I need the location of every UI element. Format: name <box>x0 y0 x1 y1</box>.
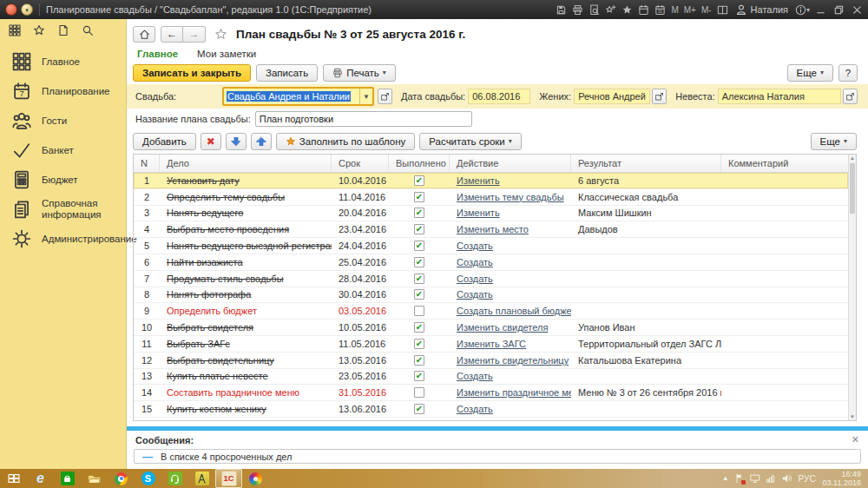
sidebar-item-planning[interactable]: 7 Планирование <box>0 76 126 106</box>
print-icon[interactable] <box>572 4 583 16</box>
calendar-date-icon[interactable]: 31 <box>654 4 666 16</box>
table-row[interactable]: 2Определить тему свадьбы11.04.2016✔Измен… <box>134 189 848 206</box>
comment-cell[interactable] <box>721 320 848 335</box>
row-number-cell[interactable]: 16 <box>134 418 160 420</box>
row-number-cell[interactable]: 11 <box>134 336 160 352</box>
table-row[interactable]: 5Нанять ведущего выездной регистрации24.… <box>134 238 848 254</box>
due-date-cell[interactable]: 25.04.2016 <box>332 254 389 270</box>
groom-open-button[interactable] <box>652 89 667 104</box>
done-cell[interactable] <box>389 385 450 400</box>
comment-cell[interactable] <box>721 238 848 254</box>
history-icon[interactable] <box>57 24 69 36</box>
clock[interactable]: 16:49 03.11.2016 <box>823 470 861 488</box>
sidebar-item-administration[interactable]: Администрирование <box>0 224 126 254</box>
menu-grid-icon[interactable] <box>9 24 21 36</box>
comment-cell[interactable] <box>721 303 848 319</box>
done-cell[interactable]: ✔ <box>389 369 450 385</box>
result-cell[interactable]: Давыдов <box>571 221 721 237</box>
table-row[interactable]: 15Купить костюм жениху13.06.2016✔Создать <box>134 401 848 418</box>
row-number-cell[interactable]: 7 <box>134 271 160 287</box>
tab-my-notes[interactable]: Мои заметки <box>197 49 256 59</box>
row-number-cell[interactable]: 15 <box>134 401 160 417</box>
action-cell[interactable]: Изменить ЗАГС <box>450 336 571 352</box>
comment-cell[interactable] <box>721 418 848 420</box>
action-cell[interactable]: Создать <box>450 369 571 385</box>
done-cell[interactable]: ✔ <box>389 320 450 335</box>
action-link[interactable]: Изменить место <box>457 224 529 234</box>
chrome-icon[interactable] <box>108 469 135 488</box>
due-date-cell[interactable]: 31.05.2016 <box>332 385 389 400</box>
result-cell[interactable] <box>571 401 721 417</box>
done-cell[interactable]: ✔ <box>389 287 450 303</box>
add-favorite-icon[interactable] <box>605 4 616 16</box>
table-row[interactable]: 11Выбрать ЗАГс11.05.2016✔Изменить ЗАГСТе… <box>134 336 848 353</box>
due-date-cell[interactable]: 20.04.2016 <box>332 206 389 221</box>
row-number-cell[interactable]: 14 <box>134 385 160 400</box>
close-button[interactable] <box>852 4 863 16</box>
action-cell[interactable]: Изменить размещение в авто <box>450 418 571 420</box>
print-preview-icon[interactable] <box>589 4 600 16</box>
result-cell[interactable]: Катальшова Екатерина <box>571 353 721 368</box>
row-number-cell[interactable]: 6 <box>134 254 160 270</box>
done-cell[interactable]: ✔ <box>389 254 450 270</box>
result-cell[interactable]: 6 августа <box>571 173 721 188</box>
task-cell[interactable]: Нанять фотографа <box>160 287 332 303</box>
comment-cell[interactable] <box>721 189 848 205</box>
done-checkbox[interactable] <box>414 387 424 398</box>
row-number-cell[interactable]: 4 <box>134 221 160 237</box>
due-date-cell[interactable]: 24.04.2016 <box>332 238 389 254</box>
task-cell[interactable]: Выбрать ЗАГс <box>160 336 332 352</box>
comment-cell[interactable] <box>721 385 848 400</box>
comment-cell[interactable] <box>721 271 848 287</box>
table-row[interactable]: 8Нанять фотографа30.04.2016✔Создать <box>134 287 848 304</box>
done-cell[interactable]: ✔ <box>389 336 450 352</box>
done-checkbox[interactable]: ✔ <box>414 274 424 284</box>
help-button[interactable]: ? <box>838 64 858 82</box>
row-number-cell[interactable]: 5 <box>134 238 160 254</box>
column-header-due[interactable]: Срок <box>332 155 389 172</box>
favorite-star-icon[interactable] <box>214 28 227 41</box>
action-cell[interactable]: Изменить <box>450 173 571 188</box>
table-row[interactable]: 14Составить праздничное меню31.05.2016Из… <box>134 385 848 401</box>
result-cell[interactable] <box>571 303 721 319</box>
action-link[interactable]: Изменить свидетеля <box>457 322 548 333</box>
sidebar-item-banquet[interactable]: Банкет <box>0 135 126 165</box>
comment-cell[interactable] <box>721 401 848 417</box>
table-row[interactable]: 4Выбрать место проведения23.04.2016✔Изме… <box>134 221 848 238</box>
split-window-icon[interactable] <box>717 4 728 16</box>
column-header-n[interactable]: N <box>134 155 160 172</box>
row-number-cell[interactable]: 10 <box>134 320 160 335</box>
forward-button[interactable]: → <box>183 26 206 43</box>
task-cell[interactable]: Определить тему свадьбы <box>160 189 332 205</box>
volume-icon[interactable] <box>781 473 792 484</box>
delete-row-button[interactable]: ✖ <box>201 133 221 150</box>
result-cell[interactable] <box>571 287 721 303</box>
result-cell[interactable] <box>571 271 721 287</box>
done-checkbox[interactable]: ✔ <box>414 208 424 218</box>
groom-field[interactable]: Речнов Андрей <box>574 89 650 104</box>
result-cell[interactable]: Меню № 3 от 26 сентября 2016 г. (С... <box>571 385 721 400</box>
back-button[interactable]: ← <box>161 26 183 43</box>
favorites-icon[interactable] <box>621 4 633 16</box>
task-cell[interactable]: Купить костюм жениху <box>160 401 332 417</box>
action-cell[interactable]: Изменить свидетеля <box>450 320 571 335</box>
action-link[interactable]: Создать <box>457 274 493 284</box>
column-header-done[interactable]: Выполнено <box>389 155 450 172</box>
action-link[interactable]: Создать плановый бюджет <box>457 306 571 316</box>
task-cell[interactable]: Выбрать место проведения <box>160 221 332 237</box>
done-cell[interactable]: ✔ <box>389 271 450 287</box>
comment-cell[interactable] <box>721 206 848 221</box>
comment-cell[interactable] <box>721 173 848 188</box>
sidebar-item-guests[interactable]: Гости <box>0 106 126 135</box>
due-date-cell[interactable]: 17.06.2016 <box>332 418 389 420</box>
wedding-open-button[interactable] <box>378 89 392 104</box>
comment-cell[interactable] <box>721 353 848 368</box>
row-number-cell[interactable]: 12 <box>134 353 160 368</box>
table-more-button[interactable]: Еще▾ <box>811 133 857 150</box>
home-button[interactable] <box>133 26 155 43</box>
paint-icon[interactable] <box>242 469 269 488</box>
add-row-button[interactable]: Добавить <box>133 133 196 150</box>
action-cell[interactable]: Изменить свидетельницу <box>450 353 571 368</box>
action-link[interactable]: Создать <box>457 241 493 251</box>
due-date-cell[interactable]: 13.05.2016 <box>332 353 389 368</box>
